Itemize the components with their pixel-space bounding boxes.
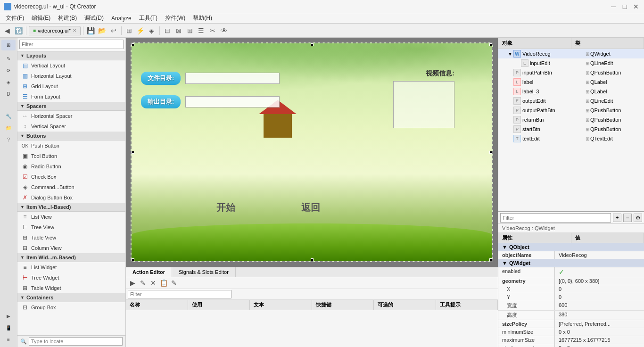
toolbar-break[interactable]: ✂ xyxy=(207,25,218,36)
toolbar-signal-btn[interactable]: ⚡ xyxy=(135,25,146,36)
tree-row-videorecog[interactable]: ▼ W VideoRecog ⊞ QWidget xyxy=(498,49,644,58)
menu-analyze[interactable]: Analyze xyxy=(107,14,135,23)
toolbar-open-btn[interactable]: 📂 xyxy=(97,25,107,36)
handle-tl[interactable] xyxy=(132,43,134,46)
prop-value-x[interactable]: 0 xyxy=(555,285,644,293)
locate-input[interactable] xyxy=(29,337,123,346)
toolbar-btn-1[interactable]: ◀ xyxy=(2,25,12,36)
prop-value-geometry[interactable]: [(0, 0), 600 x 380] xyxy=(555,277,644,285)
file-tab-close[interactable]: ✕ xyxy=(73,28,76,33)
minimize-button[interactable]: ─ xyxy=(609,2,618,11)
canvas-widget[interactable]: 文件目录: 输出目录: 视频信息: 开始 返回 xyxy=(131,42,493,262)
widget-filter-input[interactable] xyxy=(19,40,124,49)
start-button[interactable]: 开始 xyxy=(216,201,235,214)
sidebar-signals[interactable]: ⟳ xyxy=(1,65,16,76)
prop-section-qobject[interactable]: ▼ QObject xyxy=(498,243,644,251)
widget-horizontal-spacer[interactable]: ↔ Horizontal Spacer xyxy=(17,111,125,121)
widget-grid-layout[interactable]: ⊞ Grid Layout xyxy=(17,81,125,91)
widget-tool-button[interactable]: ▣ Tool Button xyxy=(17,151,125,161)
handle-tr[interactable] xyxy=(489,43,492,46)
toolbar-layout-f[interactable]: ☰ xyxy=(196,25,206,36)
action-add1-btn[interactable]: 📋 xyxy=(159,278,168,288)
video-box[interactable] xyxy=(393,81,454,128)
sidebar-edit[interactable]: ✎ xyxy=(1,53,16,64)
widget-vertical-layout[interactable]: ▤ Vertical Layout xyxy=(17,60,125,71)
sidebar-project[interactable]: 📁 xyxy=(1,123,16,133)
tree-row-label[interactable]: L label ⊞ QLabel xyxy=(498,77,644,87)
toolbar-layout-h[interactable]: ⊟ xyxy=(162,25,173,36)
handle-tm[interactable] xyxy=(311,43,314,46)
menu-build[interactable]: 构建(B) xyxy=(54,13,81,23)
prop-value-width[interactable]: 600 xyxy=(555,301,644,310)
prop-value-objectname[interactable]: VideoRecog xyxy=(555,251,644,259)
menu-file[interactable]: 文件(F) xyxy=(2,13,28,23)
widget-list-widget[interactable]: ≡ List Widget xyxy=(17,262,125,273)
section-layouts[interactable]: ▼ Layouts xyxy=(17,51,125,60)
prop-value-minimumsize[interactable]: 0 x 0 xyxy=(555,328,644,336)
return-button[interactable]: 返回 xyxy=(301,201,320,214)
widget-check-box[interactable]: ☑ Check Box xyxy=(17,172,125,182)
maximize-button[interactable]: □ xyxy=(620,2,629,11)
toolbar-save-btn[interactable]: 💾 xyxy=(86,25,96,36)
tree-row-outputedit[interactable]: E outputEdit ⊞ QLineEdit xyxy=(498,96,644,106)
prop-remove-btn[interactable]: − xyxy=(623,214,632,222)
widget-radio-button[interactable]: ◉ Radio Button xyxy=(17,161,125,172)
prop-section-qwidget[interactable]: ▼ QWidget xyxy=(498,259,644,267)
section-spacers[interactable]: ▼ Spacers xyxy=(17,102,125,111)
toolbar-action-btn[interactable]: ◈ xyxy=(147,25,157,36)
handle-bm[interactable] xyxy=(311,258,314,261)
menu-tools[interactable]: 工具(T) xyxy=(135,13,161,23)
widget-vertical-spacer[interactable]: ↕ Vertical Spacer xyxy=(17,121,125,132)
section-item-widgets[interactable]: ▼ Item Wid...m-Based) xyxy=(17,253,125,262)
toolbar-widget-btn[interactable]: ⊞ xyxy=(124,25,134,36)
widget-form-layout[interactable]: ☰ Form Layout xyxy=(17,91,125,102)
sidebar-run[interactable]: ▶ xyxy=(1,311,16,322)
tree-row-inputpathbtn[interactable]: P inputPathBtn ⊞ QPushButton xyxy=(498,68,644,77)
prop-filter-input[interactable] xyxy=(500,213,611,223)
widget-tree-view[interactable]: ⊢ Tree View xyxy=(17,222,125,232)
action-edit-btn[interactable]: ✎ xyxy=(138,278,148,288)
toolbar-btn-2[interactable]: 🔃 xyxy=(13,25,24,36)
sidebar-output[interactable]: ≡ xyxy=(1,334,16,345)
sidebar-help[interactable]: ? xyxy=(1,134,16,145)
expand-videorecog[interactable]: ▼ xyxy=(508,51,513,57)
close-button[interactable]: ✕ xyxy=(632,2,640,11)
toolbar-layout-g[interactable]: ⊞ xyxy=(185,25,195,36)
tab-signals-slots[interactable]: Signals & Slots Editor xyxy=(172,267,236,277)
action-new-btn[interactable]: ▶ xyxy=(128,278,137,288)
widget-push-button[interactable]: OK Push Button xyxy=(17,140,125,151)
section-buttons[interactable]: ▼ Buttons xyxy=(17,132,125,140)
sidebar-widgets[interactable]: ⊞ xyxy=(1,40,16,50)
prop-add-btn[interactable]: + xyxy=(613,214,621,222)
widget-horizontal-layout[interactable]: ▥ Horizontal Layout xyxy=(17,71,125,81)
widget-group-box[interactable]: ⊡ Group Box xyxy=(17,302,125,313)
handle-ml[interactable] xyxy=(132,151,134,154)
widget-table-widget[interactable]: ⊞ Table Widget xyxy=(17,283,125,293)
widget-tree-widget[interactable]: ⊢ Tree Widget xyxy=(17,273,125,283)
tab-action-editor[interactable]: Action Editor xyxy=(126,267,172,277)
prop-value-height[interactable]: 380 xyxy=(555,311,644,320)
widget-table-view[interactable]: ⊞ Table View xyxy=(17,232,125,243)
widget-dialog-button-box[interactable]: ✗ Dialog Button Box xyxy=(17,192,125,203)
prop-value-maximumsize[interactable]: 16777215 x 16777215 xyxy=(555,336,644,344)
prop-value-sizeincrement[interactable]: 0 x 0 xyxy=(555,344,644,347)
file-input[interactable] xyxy=(185,73,280,84)
action-add2-btn[interactable]: ✎ xyxy=(169,278,179,288)
tree-row-inputedit[interactable]: E inputEdit ⊞ QLineEdit xyxy=(498,58,644,68)
tree-row-textedit[interactable]: T textEdit ⊞ QTextEdit xyxy=(498,134,644,143)
sidebar-tools[interactable]: 🔧 xyxy=(1,111,16,122)
prop-settings-btn[interactable]: ⚙ xyxy=(634,214,642,222)
output-input[interactable] xyxy=(185,96,280,107)
toolbar-layout-v[interactable]: ⊠ xyxy=(173,25,184,36)
widget-list-view[interactable]: ≡ List View xyxy=(17,212,125,222)
prop-value-y[interactable]: 0 xyxy=(555,293,644,301)
prop-value-sizepolicy[interactable]: [Preferred, Preferred... xyxy=(555,320,644,328)
action-delete-btn[interactable]: ✕ xyxy=(149,278,158,288)
tree-row-returnbtn[interactable]: P returnBtn ⊞ QPushButton xyxy=(498,115,644,124)
widget-command-button[interactable]: ◈ Command...Button xyxy=(17,182,125,192)
menu-help[interactable]: 帮助(H) xyxy=(189,13,216,23)
bottom-filter-input[interactable] xyxy=(128,290,231,298)
tree-row-outputpathbtn[interactable]: P outputPathBtn ⊞ QPushButton xyxy=(498,106,644,115)
handle-br[interactable] xyxy=(489,258,492,261)
sidebar-design[interactable]: ◈ xyxy=(1,77,16,88)
